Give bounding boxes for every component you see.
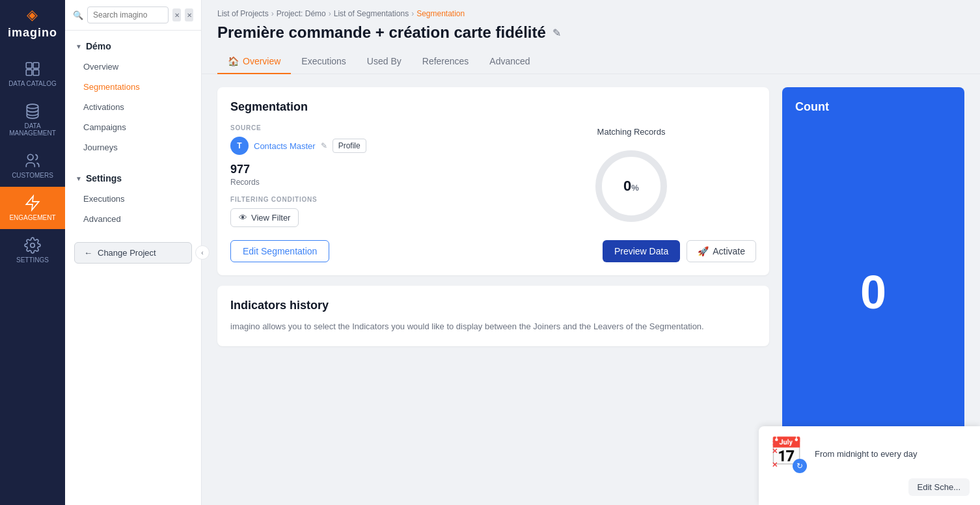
donut-percent-value: 0% xyxy=(623,178,639,195)
sidebar-wrapper: 🔍 ✕ ✕ ▼ Démo Overview Segmentations Acti… xyxy=(65,0,202,505)
history-description: imagino allows you to select the Indicat… xyxy=(230,320,756,333)
breadcrumb-sep-2: › xyxy=(329,9,331,18)
nav-label-customers: CUSTOMERS xyxy=(12,172,53,179)
svg-rect-1 xyxy=(33,62,39,68)
logo-icon: ◈ xyxy=(27,7,38,23)
filter-conditions-label: FILTERING CONDITIONS xyxy=(230,196,480,203)
settings-section: ▼ Settings Executions Advanced xyxy=(65,163,201,234)
breadcrumb-list-segmentations[interactable]: List of Segmentations xyxy=(334,9,409,18)
edit-title-icon[interactable]: ✎ xyxy=(552,27,561,39)
eye-icon: 👁 xyxy=(239,213,247,223)
sidebar: 🔍 ✕ ✕ ▼ Démo Overview Segmentations Acti… xyxy=(65,0,202,505)
donut-chart: 0% xyxy=(592,147,670,225)
breadcrumb-sep-3: › xyxy=(411,9,414,18)
sidebar-item-campaigns[interactable]: Campaigns xyxy=(65,117,201,137)
change-project-button[interactable]: ← Change Project xyxy=(74,242,192,264)
search-close-button[interactable]: ✕ xyxy=(185,8,193,21)
settings-icon xyxy=(24,237,41,254)
breadcrumb: List of Projects › Project: Démo › List … xyxy=(202,0,980,18)
engagement-icon xyxy=(24,195,41,212)
count-title: Count xyxy=(795,100,951,114)
tab-references[interactable]: References xyxy=(412,49,480,74)
activate-icon: 🚀 xyxy=(698,246,709,256)
schedule-icon-area: 📅 ✕ ✕ ✕ ↻ xyxy=(769,435,806,472)
tab-overview-icon: 🏠 xyxy=(228,56,239,66)
page-title: Première commande + création carte fidél… xyxy=(217,23,546,42)
nav-label-engagement: ENGAGEMENT xyxy=(9,214,55,221)
sidebar-item-customers[interactable]: CUSTOMERS xyxy=(0,144,65,187)
records-count: 977 xyxy=(230,163,480,176)
project-section: ▼ Démo Overview Segmentations Activation… xyxy=(65,31,201,163)
schedule-x2: ✕ xyxy=(772,447,778,456)
breadcrumb-list-projects[interactable]: List of Projects xyxy=(217,9,269,18)
breadcrumb-current: Segmentation xyxy=(416,9,465,18)
source-label: SOURCE xyxy=(230,124,480,131)
sidebar-item-executions[interactable]: Executions xyxy=(65,189,201,209)
count-value: 0 xyxy=(860,266,886,319)
breadcrumb-project-demo[interactable]: Project: Démo xyxy=(277,9,326,18)
indicators-history-card: Indicators history imagino allows you to… xyxy=(217,286,769,346)
logo-text: imagino xyxy=(8,26,57,40)
schedule-widget-inner: 📅 ✕ ✕ ✕ ↻ From midnight to every day xyxy=(769,435,970,472)
tab-executions[interactable]: Executions xyxy=(291,49,356,74)
edit-schedule-button[interactable]: Edit Sche... xyxy=(908,478,970,496)
tab-overview[interactable]: 🏠 Overview xyxy=(217,49,291,74)
tab-bar: 🏠 Overview Executions Used By References… xyxy=(202,49,980,74)
view-filter-button[interactable]: 👁 View Filter xyxy=(230,208,299,227)
sidebar-item-journeys[interactable]: Journeys xyxy=(65,137,201,157)
sidebar-item-engagement[interactable]: ENGAGEMENT xyxy=(0,187,65,229)
source-edit-icon[interactable]: ✎ xyxy=(321,141,327,150)
profile-badge: Profile xyxy=(333,139,366,153)
settings-group-header[interactable]: ▼ Settings xyxy=(65,168,201,189)
search-icon: 🔍 xyxy=(73,10,83,20)
project-name: Démo xyxy=(86,41,111,51)
schedule-text: From midnight to every day xyxy=(815,449,918,459)
customers-icon xyxy=(24,152,41,169)
sidebar-item-segmentations[interactable]: Segmentations xyxy=(65,77,201,97)
svg-point-4 xyxy=(27,104,38,109)
logo: ◈ imagino xyxy=(8,7,57,40)
matching-records-label: Matching Records xyxy=(597,127,666,137)
preview-data-button[interactable]: Preview Data xyxy=(603,240,680,262)
sidebar-item-advanced[interactable]: Advanced xyxy=(65,209,201,229)
sidebar-item-data-catalog[interactable]: DATA CATALOG xyxy=(0,53,65,95)
schedule-x3: ✕ xyxy=(772,461,778,469)
tab-advanced[interactable]: Advanced xyxy=(479,49,540,74)
sidebar-item-settings[interactable]: SETTINGS xyxy=(0,229,65,271)
sidebar-item-overview[interactable]: Overview xyxy=(65,57,201,77)
icon-navigation: ◈ imagino DATA CATALOG DATA MANAGEMENT C… xyxy=(0,0,65,505)
filter-section: FILTERING CONDITIONS 👁 View Filter xyxy=(230,196,480,227)
settings-label: Settings xyxy=(86,173,122,184)
source-row: T Contacts Master ✎ Profile xyxy=(230,137,480,155)
search-input[interactable] xyxy=(87,7,169,23)
change-project-label: Change Project xyxy=(98,248,156,258)
segmentation-card-body: SOURCE T Contacts Master ✎ Profile 977 R… xyxy=(230,124,756,227)
source-name[interactable]: Contacts Master xyxy=(254,141,316,151)
action-buttons: Preview Data 🚀 Activate xyxy=(603,240,756,262)
history-title: Indicators history xyxy=(230,299,756,312)
sidebar-item-data-management[interactable]: DATA MANAGEMENT xyxy=(0,95,65,144)
chevron-down-icon-settings: ▼ xyxy=(75,175,82,182)
svg-rect-0 xyxy=(26,62,32,68)
catalog-icon xyxy=(24,61,41,77)
source-avatar: T xyxy=(230,137,249,155)
records-label: Records xyxy=(230,178,480,187)
segmentation-card-title: Segmentation xyxy=(230,100,756,114)
tab-used-by[interactable]: Used By xyxy=(357,49,412,74)
refresh-icon: ↻ xyxy=(793,459,807,473)
sidebar-item-activations[interactable]: Activations xyxy=(65,97,201,117)
page-header: Première commande + création carte fidél… xyxy=(202,18,980,42)
search-bar: 🔍 ✕ ✕ xyxy=(65,0,201,31)
edit-segmentation-button[interactable]: Edit Segmentation xyxy=(230,240,329,262)
search-clear-button[interactable]: ✕ xyxy=(172,8,181,21)
svg-point-5 xyxy=(27,154,33,160)
activate-button[interactable]: 🚀 Activate xyxy=(687,240,756,262)
project-group-header[interactable]: ▼ Démo xyxy=(65,36,201,57)
sidebar-collapse-button[interactable]: ‹ xyxy=(195,245,210,260)
data-management-icon xyxy=(24,103,41,120)
segmentation-card: Segmentation SOURCE T Contacts Master ✎ … xyxy=(217,87,769,275)
chevron-down-icon: ▼ xyxy=(75,43,82,50)
segmentation-right: Matching Records 0% xyxy=(506,124,756,227)
segmentation-left: SOURCE T Contacts Master ✎ Profile 977 R… xyxy=(230,124,480,227)
nav-label-data-catalog: DATA CATALOG xyxy=(8,80,57,87)
